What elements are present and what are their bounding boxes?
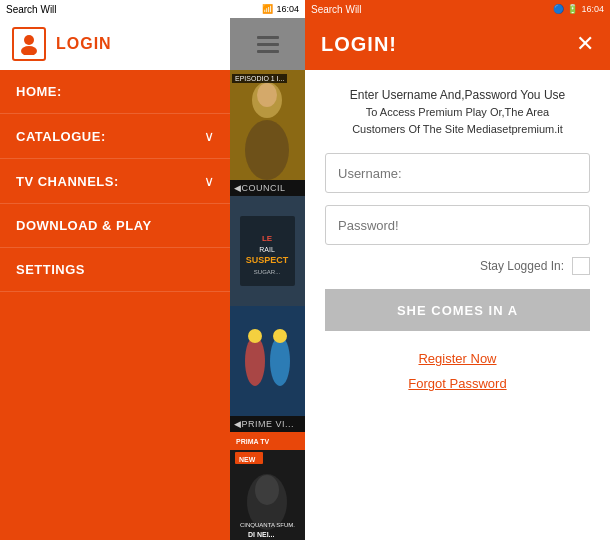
description-line1: Enter Username And,Password You Use	[325, 86, 590, 104]
login-modal: LOGIN! ✕ Enter Username And,Password You…	[305, 18, 610, 540]
nav-item-settings-label: SETTINGS	[16, 262, 85, 277]
sidebar-header: LOGIN	[0, 18, 230, 70]
time-left: 16:04	[276, 4, 299, 14]
svg-point-15	[248, 329, 262, 343]
sidebar-login-label[interactable]: LOGIN	[56, 35, 112, 53]
description-line3: Customers Of The Site Mediasetpremium.it	[325, 121, 590, 138]
bluetooth-icon: 🔵	[553, 4, 564, 14]
nav-item-home-label: HOME:	[16, 84, 62, 99]
nav-item-settings[interactable]: SETTINGS	[0, 248, 230, 292]
svg-point-5	[257, 83, 277, 107]
episode-badge: EPISODIO 1 I...	[232, 74, 287, 83]
svg-point-14	[270, 336, 290, 386]
nav-item-catalogue-label: CATALOGUE:	[16, 129, 106, 144]
stay-logged-checkbox[interactable]	[572, 257, 590, 275]
sidebar: LOGIN HOME: CATALOGUE: ∨ TV CHANNELS: ∨ …	[0, 18, 230, 540]
hamburger-line-2	[257, 43, 279, 46]
battery-icon: 🔋	[567, 4, 578, 14]
sidebar-nav: HOME: CATALOGUE: ∨ TV CHANNELS: ∨ DOWNLO…	[0, 70, 230, 540]
svg-rect-12	[230, 306, 305, 416]
password-input[interactable]	[325, 205, 590, 245]
content-header	[230, 18, 305, 70]
carrier-left: Search Will	[6, 4, 57, 15]
svg-text:SUSPECT: SUSPECT	[246, 255, 289, 265]
stay-logged-label: Stay Logged In:	[480, 259, 564, 273]
modal-title: LOGIN!	[321, 33, 397, 56]
close-button[interactable]: ✕	[576, 33, 594, 55]
modal-description: Enter Username And,Password You Use To A…	[325, 86, 590, 137]
login-button[interactable]: SHE COMES IN A	[325, 289, 590, 331]
svg-text:PRIMA TV: PRIMA TV	[236, 438, 270, 445]
movie-card-2[interactable]: LE RAIL SUSPECT SUGAR...	[230, 196, 305, 306]
modal-header: LOGIN! ✕	[305, 18, 610, 70]
svg-text:NEW: NEW	[239, 456, 256, 463]
svg-point-1	[21, 46, 37, 55]
movie-card-3[interactable]	[230, 306, 305, 416]
nav-item-tvchannels-label: TV CHANNELS:	[16, 174, 119, 189]
username-input[interactable]	[325, 153, 590, 193]
section-council: ◀COUNCIL	[230, 180, 305, 196]
movie-card-4[interactable]: PRIMA TV NEW CINQUANTA SFUM. DI NEI...	[230, 432, 305, 540]
status-icons-right: 🔵 🔋 16:04	[553, 4, 604, 14]
movie-card-1[interactable]: EPISODIO 1 I...	[230, 70, 305, 180]
svg-point-13	[245, 336, 265, 386]
chevron-down-icon: ∨	[204, 128, 214, 144]
svg-text:RAIL: RAIL	[259, 246, 275, 253]
svg-point-23	[255, 475, 279, 505]
hamburger-line-1	[257, 36, 279, 39]
register-link[interactable]: Register Now	[418, 351, 496, 366]
main-layout: LOGIN HOME: CATALOGUE: ∨ TV CHANNELS: ∨ …	[0, 18, 610, 540]
forgot-password-link[interactable]: Forgot Password	[408, 376, 506, 391]
movie-thumb-1: EPISODIO 1 I...	[230, 70, 305, 180]
status-bar-left: Search Will 📶 16:04	[0, 0, 305, 18]
hamburger-line-3	[257, 50, 279, 53]
nav-item-catalogue[interactable]: CATALOGUE: ∨	[0, 114, 230, 159]
nav-item-home[interactable]: HOME:	[0, 70, 230, 114]
svg-text:SUGAR...: SUGAR...	[254, 269, 281, 275]
time-right: 16:04	[581, 4, 604, 14]
svg-point-16	[273, 329, 287, 343]
description-line2: To Access Premium Play Or,The Area	[325, 104, 590, 121]
content-scroll: EPISODIO 1 I... ◀COUNCIL LE RAIL SUSPECT…	[230, 70, 305, 540]
movie-thumb-3	[230, 306, 305, 416]
svg-point-0	[24, 35, 34, 45]
carrier-right: Search Will	[311, 4, 362, 15]
svg-text:DI NEI...: DI NEI...	[248, 531, 275, 538]
nav-item-download-label: DOWNLOAD & PLAY	[16, 218, 152, 233]
stay-logged-container: Stay Logged In:	[325, 257, 590, 275]
modal-body: Enter Username And,Password You Use To A…	[305, 70, 610, 540]
modal-links: Register Now Forgot Password	[325, 351, 590, 391]
svg-text:LE: LE	[262, 234, 273, 243]
movie-thumb-2: LE RAIL SUSPECT SUGAR...	[230, 196, 305, 306]
section-prime: ◀PRIME VI...	[230, 416, 305, 432]
chevron-down-icon-2: ∨	[204, 173, 214, 189]
status-bar-right: Search Will 🔵 🔋 16:04	[305, 0, 610, 18]
status-bars: Search Will 📶 16:04 Search Will 🔵 🔋 16:0…	[0, 0, 610, 18]
wifi-icon: 📶	[262, 4, 273, 14]
content-area: EPISODIO 1 I... ◀COUNCIL LE RAIL SUSPECT…	[230, 18, 305, 540]
status-icons-left: 📶 16:04	[262, 4, 299, 14]
nav-item-download[interactable]: DOWNLOAD & PLAY	[0, 204, 230, 248]
avatar	[12, 27, 46, 61]
svg-text:CINQUANTA SFUM.: CINQUANTA SFUM.	[240, 522, 295, 528]
hamburger-menu[interactable]	[257, 36, 279, 53]
movie-thumb-4: PRIMA TV NEW CINQUANTA SFUM. DI NEI...	[230, 432, 305, 540]
svg-point-4	[245, 120, 289, 180]
nav-item-tvchannels[interactable]: TV CHANNELS: ∨	[0, 159, 230, 204]
